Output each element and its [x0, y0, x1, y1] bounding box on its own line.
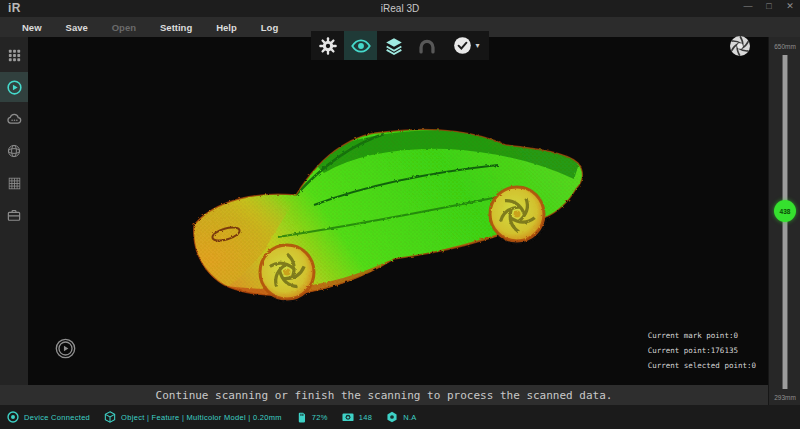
confirm-button[interactable]: ▾ — [443, 31, 489, 60]
minimize-button[interactable]: — — [742, 1, 754, 11]
distance-slider-track[interactable] — [782, 55, 788, 389]
point-cloud-icon — [5, 110, 24, 129]
layers-button[interactable] — [377, 31, 410, 60]
sidebar-item-scan[interactable] — [0, 72, 28, 102]
device-status-text: Device Connected — [24, 413, 90, 422]
menu-save[interactable]: Save — [54, 19, 100, 36]
scan-start-icon — [5, 78, 24, 97]
menu-new[interactable]: New — [10, 19, 54, 36]
storage-status: 72% — [295, 411, 328, 424]
stat-mark-point: Current mark point:0 — [648, 328, 756, 343]
camera-icon — [341, 410, 355, 424]
hex-nut-icon — [385, 410, 399, 424]
visibility-button[interactable] — [344, 31, 377, 60]
toolbox-icon — [5, 206, 23, 224]
camera-aperture-button[interactable] — [728, 34, 752, 58]
title-bar: iR iReal 3D — □ ✕ — [0, 0, 800, 17]
mesh-grid-icon — [6, 175, 23, 192]
replay-button[interactable] — [54, 337, 77, 360]
device-target-icon — [6, 410, 20, 424]
temperature-text: N.A — [403, 413, 416, 422]
scan-viewport[interactable]: ▾ — [28, 37, 768, 385]
mesh-sphere-icon — [5, 142, 23, 160]
gear-icon — [318, 36, 338, 56]
temperature-status: N.A — [385, 410, 416, 424]
frame-status: 148 — [341, 410, 372, 424]
check-circle-icon — [452, 35, 473, 56]
stat-selected-point: Current selected point:0 — [648, 358, 756, 373]
scan-stats: Current mark point:0 Current point:17613… — [648, 328, 756, 373]
avatar-button[interactable] — [410, 31, 443, 60]
close-button[interactable]: ✕ — [784, 1, 796, 11]
aperture-icon — [728, 34, 752, 58]
storage-text: 72% — [312, 413, 328, 422]
status-bar: Device Connected Object | Feature | Mult… — [0, 405, 800, 429]
left-sidebar — [0, 37, 28, 385]
chevron-down-icon[interactable]: ▾ — [475, 41, 479, 50]
layers-icon — [383, 35, 405, 57]
hint-message-bar: Continue scanning or finish the scanning… — [0, 385, 768, 405]
scan-mode-text: Object | Feature | Multicolor Model | 0.… — [121, 413, 282, 422]
view-toolbar: ▾ — [311, 31, 489, 60]
scan-mode-status: Object | Feature | Multicolor Model | 0.… — [103, 410, 282, 424]
slider-min-label: 293mm — [769, 394, 800, 401]
sidebar-item-mesh[interactable] — [0, 136, 28, 166]
sidebar-item-apps[interactable] — [0, 40, 28, 70]
hint-message: Continue scanning or finish the scanning… — [156, 389, 613, 402]
stat-current-point: Current point:176135 — [648, 343, 756, 358]
memory-card-icon — [295, 411, 308, 424]
distance-slider-handle[interactable]: 438 — [774, 200, 796, 222]
sidebar-item-pointcloud[interactable] — [0, 104, 28, 134]
avatar-hood-icon — [416, 35, 438, 57]
menu-log[interactable]: Log — [249, 19, 290, 36]
frame-count-text: 148 — [359, 413, 372, 422]
sidebar-item-grid[interactable] — [0, 168, 28, 198]
slider-max-label: 650mm — [769, 43, 800, 50]
menu-open[interactable]: Open — [100, 19, 148, 36]
apps-grid-icon — [6, 47, 23, 64]
menu-help[interactable]: Help — [204, 19, 249, 36]
eye-icon — [350, 35, 372, 57]
menu-setting[interactable]: Setting — [148, 19, 204, 36]
scan-mode-cube-icon — [103, 410, 117, 424]
window-controls: — □ ✕ — [742, 1, 796, 11]
play-circle-icon — [54, 337, 77, 360]
maximize-button[interactable]: □ — [763, 1, 775, 11]
sidebar-item-toolbox[interactable] — [0, 200, 28, 230]
distance-slider-panel: 650mm 438 293mm — [768, 37, 800, 405]
settings-button[interactable] — [311, 31, 344, 60]
device-status: Device Connected — [6, 410, 90, 424]
app-window: iR iReal 3D — □ ✕ New Save Open Setting … — [0, 0, 800, 429]
window-title: iReal 3D — [0, 3, 800, 14]
